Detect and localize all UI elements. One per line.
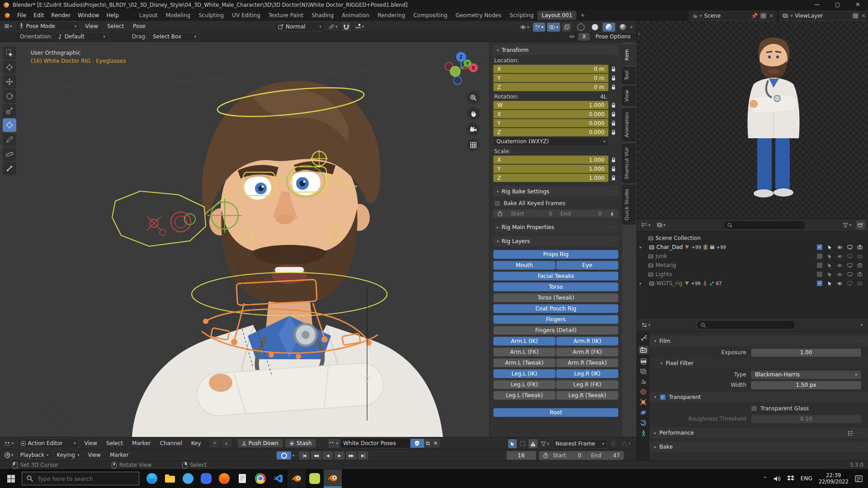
shading-material-button[interactable] [603,23,615,32]
new-collection-button[interactable] [856,221,865,230]
timeline-editor-type[interactable]: ▾ [3,450,15,460]
mode-selector[interactable]: Pose Mode▾ [16,21,80,31]
auto-keying-dropdown[interactable]: ▾ [292,453,295,458]
selectable-icon[interactable] [827,245,832,250]
shading-wireframe-button[interactable] [575,23,587,32]
viewport-menu-pose[interactable]: Pose [129,23,149,29]
menu-render[interactable]: Render [47,12,74,19]
panel-rig-main-header[interactable]: ▸Rig Main Properties···· [493,222,618,232]
world-tab-icon[interactable] [640,389,646,395]
hide-viewport-icon[interactable] [837,272,843,277]
menu-file[interactable]: File [14,12,30,19]
rig-layer-leg-l-fk[interactable]: Leg.L (FK) [493,380,556,389]
fake-user-shield-toggle[interactable] [410,439,424,448]
editor-type-button[interactable]: ⊞▾ [3,22,14,31]
rig-layer-leg-l-tweak[interactable]: Leg.L (Tweak) [493,391,556,400]
presets-icon[interactable] [848,431,854,436]
start-button[interactable] [0,469,22,488]
snap-toggle[interactable] [342,22,351,31]
rig-layer-leg-r-tweak[interactable]: Leg.R (Tweak) [556,391,618,400]
outliner-row-junk[interactable]: Junk [640,252,865,261]
exclude-checkbox[interactable] [816,271,823,277]
blender-menu-icon[interactable] [4,13,11,18]
drag-selector[interactable]: Select Box▾ [150,32,199,41]
outliner-display-mode[interactable]: ▾ [640,221,652,230]
scene-tab-icon[interactable] [641,378,646,385]
exclude-checkbox[interactable] [816,253,823,259]
scale-x-field[interactable]: X1.000 [493,155,609,164]
workspace-tab-layout-001[interactable]: Layout.001 [538,11,576,20]
selectable-icon[interactable] [827,263,832,268]
add-workspace-button[interactable]: + [576,11,589,20]
rotation-mode-selector[interactable]: Quaternion (WXYZ)▾ [493,137,609,146]
dope-sheet-mode-selector[interactable]: Action Editor▾ [18,438,79,448]
sidebar-tab-tool[interactable]: Tool [622,66,636,84]
rig-layer-root[interactable]: Root [493,408,618,417]
object-tab-icon[interactable] [640,399,646,405]
minimize-button[interactable]: — [807,0,827,10]
move-down-button[interactable]: ▼ [209,439,220,448]
tl-menu-marker[interactable]: Marker [106,452,132,458]
push-down-button[interactable]: Push Down [237,439,283,448]
disable-render-icon[interactable] [857,245,863,249]
physics-tab-icon[interactable] [640,409,646,416]
properties-filter-dropdown[interactable]: ▾ [860,323,865,327]
rig-layer-arm-r-fk[interactable]: Arm.R (FK) [556,347,618,357]
rotation-z-field[interactable]: Z0.000 [493,128,609,136]
lock-icon[interactable] [609,112,618,117]
region-expand-chevron[interactable]: › [638,31,640,37]
scale-z-field[interactable]: Z1.000 [493,174,609,182]
app-icon-blender-active[interactable] [324,469,342,488]
shading-rendered-button[interactable] [617,23,629,32]
disable-viewport-icon[interactable] [847,272,853,277]
rotation-y-field[interactable]: Y0.000 [493,119,609,127]
rig-layer-fingers[interactable]: Fingers [493,315,618,324]
use-frame-range-toggle[interactable] [493,209,507,218]
viewport-menu-select[interactable]: Select [104,23,127,29]
next-keyframe-button[interactable]: ▶▶ [346,451,357,460]
properties-search[interactable] [697,320,795,329]
disable-render-icon[interactable] [857,281,863,286]
xray-toggle[interactable] [562,23,571,32]
hide-viewport-icon[interactable] [837,245,843,249]
hide-viewport-icon[interactable] [837,282,843,286]
disable-render-icon[interactable] [857,263,863,267]
transparent-panel-header[interactable]: ▾ ✓ Transparent [650,392,868,403]
workspace-tab-geometry-nodes[interactable]: Geometry Nodes [452,11,505,20]
workspace-tab-texture-paint[interactable]: Texture Paint [264,11,307,20]
bake-panel-header[interactable]: ▸Bake···· [650,441,868,453]
playback-menu[interactable]: Playback▾ [17,450,52,460]
lock-icon[interactable] [609,175,618,181]
selectable-icon[interactable] [827,254,832,259]
viewlayer-tab-icon[interactable] [640,369,647,374]
rig-layer-leg-r-fk[interactable]: Leg.R (FK) [556,380,618,389]
ds-menu-key[interactable]: Key [188,440,205,446]
dropbox-icon[interactable] [787,475,794,482]
disable-viewport-icon[interactable] [847,254,853,258]
rig-layer-arm-l-ik[interactable]: Arm.L (IK) [493,337,556,346]
roughness-threshold-field[interactable]: 0.10 [751,415,861,423]
tray-language[interactable]: ENG [801,475,812,482]
viewport-canvas[interactable] [0,42,489,437]
panel-rig-layers-header[interactable]: ▾Rig Layers···· [493,236,618,246]
current-frame-field[interactable]: 16 [506,451,536,460]
pixel-filter-width-field[interactable]: 1.50 px [751,381,861,389]
tray-clock[interactable]: 22:39 22/09/2022 [819,472,849,485]
constraints-tab-icon[interactable] [640,420,646,426]
viewlayer-selector[interactable]: ▾ ViewLayer ⧉ ✕ [779,11,868,21]
app-icon-notepad[interactable] [233,469,251,488]
outliner-row-scene-collection[interactable]: Scene Collection [640,234,865,243]
viewport-menu-view[interactable]: View [82,23,102,29]
outliner-row-wgts-rig[interactable]: ▸ WGTS_rig +99 67 ✓ [640,279,865,288]
ortho-toggle-button[interactable] [467,139,480,151]
exclude-checkbox[interactable] [816,262,823,268]
render-tab-icon[interactable] [640,347,647,353]
menu-window[interactable]: Window [74,12,103,19]
keying-menu[interactable]: Keying▾ [54,450,83,460]
ds-menu-marker[interactable]: Marker [128,440,154,446]
workspace-tab-layout[interactable]: Layout [135,11,162,20]
exposure-field[interactable]: 1.00 [751,348,861,357]
filter-dropdown[interactable]: ▾ [539,439,551,448]
move-up-button[interactable]: ▲ [221,439,232,448]
panel-rig-bake-header[interactable]: ▾Rig Bake Settings···· [493,186,618,197]
